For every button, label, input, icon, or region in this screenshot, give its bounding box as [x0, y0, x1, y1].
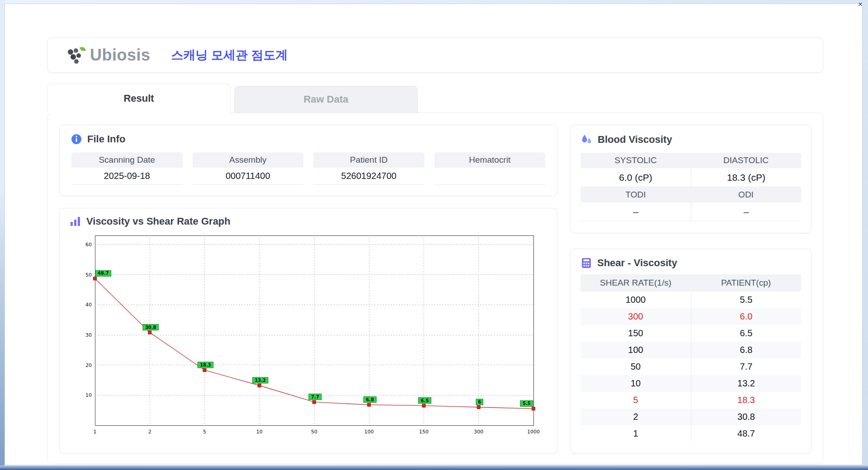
field-label: Assembly — [193, 152, 304, 168]
table-row: 1 48.7 — [580, 425, 801, 442]
table-row: 100 6.8 — [580, 342, 801, 358]
svg-text:6.8: 6.8 — [366, 397, 374, 402]
viscosity-graph-card: Viscosity vs Shear Rate Graph 1020304050… — [59, 208, 557, 454]
table-row: 2 30.8 — [580, 409, 801, 425]
shear-rate-value: 10 — [580, 375, 691, 392]
table-row: 5 18.3 — [580, 392, 801, 409]
patient-value: 6.8 — [691, 342, 801, 358]
field-value — [434, 168, 546, 185]
svg-text:20: 20 — [85, 362, 92, 368]
page-title: 스캐닝 모세관 점도계 — [171, 47, 288, 63]
window-frame-bottom — [0, 465, 868, 470]
diastolic-value: 18.3 (cP) — [691, 168, 801, 187]
blood-viscosity-table: SYSTOLIC DIASTOLIC 6.0 (cP) 18.3 (cP) TO… — [580, 153, 801, 221]
odi-label: ODI — [691, 187, 801, 202]
shear-viscosity-table: SHEAR RATE(1/s) PATIENT(cp) 1000 5.5 300… — [580, 274, 801, 442]
table-row: 6.0 (cP) 18.3 (cP) — [580, 168, 801, 187]
shear-rate-value: 1000 — [580, 291, 691, 308]
svg-text:10: 10 — [85, 392, 92, 398]
file-info-card: File Info Scanning Date 2025-09-18 Assem… — [59, 125, 557, 196]
svg-text:300: 300 — [474, 429, 483, 435]
todi-value: – — [580, 202, 691, 221]
logo-text: Ubiosis — [90, 46, 151, 65]
patient-value: 6.0 — [691, 308, 801, 325]
svg-text:150: 150 — [419, 429, 429, 435]
svg-text:40: 40 — [85, 302, 92, 308]
shear-rate-value: 1 — [580, 425, 691, 442]
table-header-row: SYSTOLIC DIASTOLIC — [580, 153, 801, 168]
systolic-label: SYSTOLIC — [580, 153, 691, 168]
ubiosis-logo-icon — [65, 45, 86, 66]
field-label: Hematocrit — [434, 152, 546, 168]
table-row: 150 6.5 — [580, 325, 801, 342]
shear-rate-value: 5 — [580, 392, 691, 409]
chart-area: 1020304050601251050100150300100048.730.8… — [70, 230, 547, 441]
diastolic-label: DIASTOLIC — [691, 153, 801, 168]
field-label: Scanning Date — [71, 152, 183, 168]
svg-text:60: 60 — [85, 242, 92, 248]
ubiosis-logo: Ubiosis — [65, 45, 151, 66]
info-icon — [71, 133, 82, 145]
svg-text:5.5: 5.5 — [523, 401, 531, 406]
patient-value: 7.7 — [691, 358, 801, 375]
patient-value: 48.7 — [691, 425, 801, 442]
field-value: 000711400 — [193, 168, 304, 185]
table-row: 300 6.0 — [580, 308, 801, 325]
field-scanning-date: Scanning Date 2025-09-18 — [71, 152, 183, 185]
svg-text:50: 50 — [85, 272, 92, 278]
patient-value: 5.5 — [691, 291, 801, 308]
patient-value: 6.5 — [691, 325, 801, 342]
odi-value: – — [691, 202, 801, 221]
svg-text:5: 5 — [203, 429, 206, 435]
field-patient-id: Patient ID 52601924700 — [313, 152, 425, 185]
svg-text:10: 10 — [256, 429, 263, 435]
graph-title: Viscosity vs Shear Rate Graph — [86, 216, 231, 227]
patient-value: 30.8 — [691, 409, 801, 425]
shear-viscosity-card: Shear - Viscosity SHEAR RATE(1/s) PATIEN… — [570, 249, 811, 454]
shear-rate-value: 150 — [580, 325, 691, 342]
svg-text:100: 100 — [364, 429, 374, 435]
main-panel: File Info Scanning Date 2025-09-18 Assem… — [47, 113, 823, 464]
table-row: 50 7.7 — [580, 358, 801, 375]
table-row: – – — [580, 202, 801, 221]
blood-viscosity-title: Blood Viscosity — [598, 134, 672, 146]
svg-text:1: 1 — [94, 429, 97, 435]
shear-rate-column-header: SHEAR RATE(1/s) — [580, 274, 691, 291]
field-assembly: Assembly 000711400 — [193, 152, 304, 185]
bar-chart-icon — [70, 216, 81, 227]
droplets-icon — [580, 133, 593, 146]
table-header-row: SHEAR RATE(1/s) PATIENT(cp) — [580, 274, 801, 291]
tab-result[interactable]: Result — [47, 84, 231, 113]
patient-value: 18.3 — [691, 392, 801, 409]
calculator-icon — [580, 257, 592, 269]
shear-rate-value: 300 — [580, 308, 691, 325]
header-card: Ubiosis 스캐닝 모세관 점도계 — [47, 38, 823, 73]
svg-text:6.5: 6.5 — [421, 398, 429, 403]
svg-text:1000: 1000 — [527, 429, 540, 435]
file-info-title: File Info — [87, 133, 125, 145]
svg-text:48.7: 48.7 — [98, 271, 109, 276]
file-info-fields: Scanning Date 2025-09-18 Assembly 000711… — [71, 152, 546, 185]
shear-rate-value: 50 — [580, 358, 691, 375]
svg-text:13.2: 13.2 — [255, 378, 266, 383]
shear-rate-value: 100 — [580, 342, 691, 358]
tab-raw-data[interactable]: Raw Data — [234, 86, 418, 113]
svg-text:6: 6 — [478, 400, 481, 404]
field-value: 52601924700 — [313, 168, 425, 185]
field-hematocrit: Hematocrit — [434, 152, 546, 185]
table-header-row: TODI ODI — [580, 187, 801, 202]
shear-viscosity-title: Shear - Viscosity — [597, 257, 677, 269]
field-value: 2025-09-18 — [71, 168, 183, 185]
shear-rate-value: 2 — [580, 409, 691, 425]
systolic-value: 6.0 (cP) — [580, 168, 691, 187]
blood-viscosity-card: Blood Viscosity SYSTOLIC DIASTOLIC 6.0 (… — [570, 125, 811, 233]
svg-text:2: 2 — [148, 429, 151, 435]
close-icon[interactable]: × — [858, 0, 863, 9]
svg-text:30: 30 — [85, 332, 92, 338]
field-label: Patient ID — [313, 152, 425, 168]
patient-value: 13.2 — [691, 375, 801, 392]
app-window: Ubiosis 스캐닝 모세관 점도계 Result Raw Data File… — [5, 4, 863, 465]
table-row: 10 13.2 — [580, 375, 801, 392]
svg-text:30.8: 30.8 — [145, 325, 156, 330]
table-row: 1000 5.5 — [580, 291, 801, 308]
